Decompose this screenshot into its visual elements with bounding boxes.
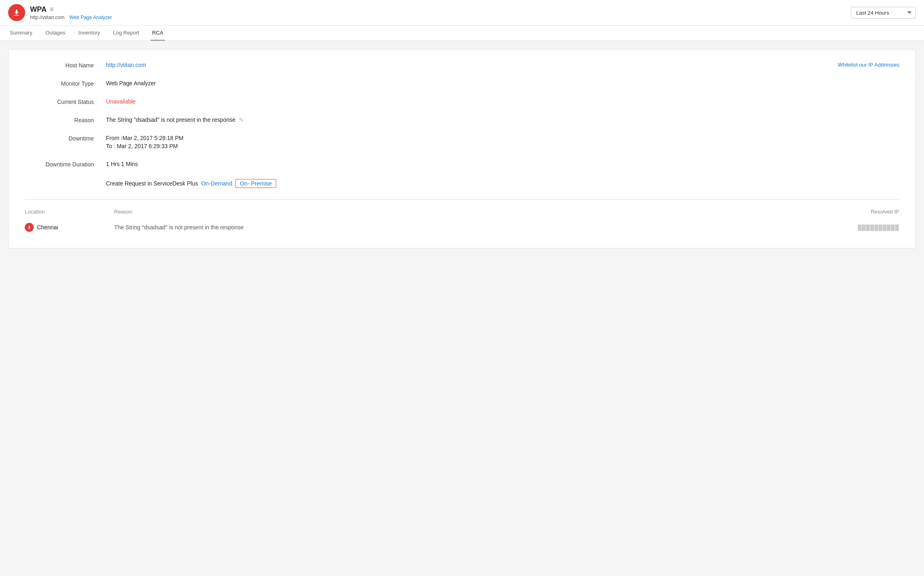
downtime-value: From :Mar 2, 2017 5:28:18 PM To : Mar 2,… bbox=[106, 135, 899, 149]
reason-label: Reason bbox=[25, 116, 106, 123]
servicedesk-prefix: Create Request in ServiceDesk Plus bbox=[106, 180, 198, 187]
monitor-type-link[interactable]: Web Page Analyzer bbox=[69, 15, 112, 20]
table-row: Chennai The String "dsadsad" is not pres… bbox=[25, 219, 899, 236]
monitor-type-value: Web Page Analyzer bbox=[106, 80, 899, 86]
tab-rca[interactable]: RCA bbox=[151, 26, 165, 41]
monitor-type-label: Monitor Type bbox=[25, 80, 106, 87]
table-header: Location Reason Resolved IP bbox=[25, 206, 899, 219]
reason-value: The String "dsadsad" is not present in t… bbox=[106, 116, 899, 123]
header-subtitle: http://vtitan.com Web Page Analyzer bbox=[30, 14, 112, 20]
tab-inventory[interactable]: Inventory bbox=[77, 26, 102, 41]
downtime-label: Downtime bbox=[25, 135, 106, 142]
tab-summary[interactable]: Summary bbox=[8, 26, 34, 41]
time-range-select[interactable]: Last 1 Hour Last 6 Hours Last 24 Hours L… bbox=[851, 7, 916, 19]
downtime-row: Downtime From :Mar 2, 2017 5:28:18 PM To… bbox=[25, 135, 899, 149]
col-header-resolved-ip: Resolved IP bbox=[826, 209, 899, 215]
downtime-to: To : Mar 2, 2017 6:29:33 PM bbox=[106, 143, 899, 149]
host-name-value[interactable]: http://vtitan.com bbox=[106, 62, 899, 68]
host-name-row: Host Name http://vtitan.com bbox=[25, 62, 899, 69]
current-status-label: Current Status bbox=[25, 98, 106, 105]
download-icon bbox=[12, 8, 21, 17]
current-status-row: Current Status Unavailable bbox=[25, 98, 899, 105]
downtime-duration-value: 1 Hrs 1 Mins bbox=[106, 161, 899, 167]
table-reason-value: The String "dsadsad" is not present in t… bbox=[114, 224, 826, 231]
current-status-value: Unavailable bbox=[106, 98, 899, 105]
reason-text-value: The String "dsadsad" is not present in t… bbox=[106, 116, 236, 123]
rca-card: Whitelist our IP Addresses Host Name htt… bbox=[8, 49, 916, 248]
monitor-type-row: Monitor Type Web Page Analyzer bbox=[25, 80, 899, 87]
on-premise-button[interactable]: On- Premise bbox=[236, 179, 277, 188]
tab-outages[interactable]: Outages bbox=[44, 26, 67, 41]
servicedesk-row: Create Request in ServiceDesk Plus On-De… bbox=[25, 179, 899, 188]
header: WPA ≡ http://vtitan.com Web Page Analyze… bbox=[0, 0, 924, 26]
reason-row: Reason The String "dsadsad" is not prese… bbox=[25, 116, 899, 123]
tab-log-report[interactable]: Log Report bbox=[111, 26, 141, 41]
host-url-link[interactable]: http://vtitan.com bbox=[30, 15, 65, 20]
menu-icon[interactable]: ≡ bbox=[50, 6, 54, 13]
info-section: Whitelist our IP Addresses Host Name htt… bbox=[25, 62, 899, 188]
time-selector-container: Last 1 Hour Last 6 Hours Last 24 Hours L… bbox=[851, 7, 916, 19]
main-content: Whitelist our IP Addresses Host Name htt… bbox=[0, 41, 924, 257]
col-header-reason: Reason bbox=[114, 209, 826, 215]
edit-icon[interactable]: ✎ bbox=[239, 116, 244, 123]
host-name-label: Host Name bbox=[25, 62, 106, 69]
location-status-icon bbox=[25, 223, 34, 232]
down-arrow-icon bbox=[27, 225, 32, 230]
resolved-ip-value: ██████████ bbox=[826, 224, 899, 231]
app-title: WPA bbox=[30, 5, 47, 14]
on-demand-link[interactable]: On-Demand bbox=[201, 180, 232, 187]
nav-tabs: Summary Outages Inventory Log Report RCA bbox=[0, 26, 924, 41]
downtime-duration-label: Downtime Duration bbox=[25, 161, 106, 168]
app-logo bbox=[8, 4, 25, 21]
col-header-location: Location bbox=[25, 209, 114, 215]
downtime-from: From :Mar 2, 2017 5:28:18 PM bbox=[106, 135, 899, 141]
location-cell: Chennai bbox=[25, 223, 114, 232]
location-table: Location Reason Resolved IP Chennai The … bbox=[25, 199, 899, 236]
downtime-duration-row: Downtime Duration 1 Hrs 1 Mins bbox=[25, 161, 899, 168]
whitelist-link[interactable]: Whitelist our IP Addresses bbox=[838, 62, 900, 68]
location-name: Chennai bbox=[37, 224, 58, 231]
app-info: WPA ≡ http://vtitan.com Web Page Analyze… bbox=[30, 5, 112, 20]
